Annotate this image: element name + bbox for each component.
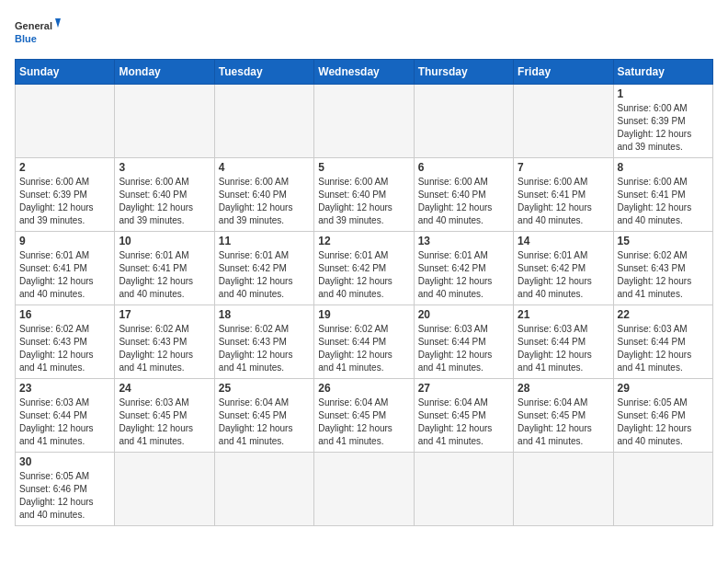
- calendar-cell: 16Sunrise: 6:02 AMSunset: 6:43 PMDayligh…: [16, 305, 115, 379]
- day-info: Sunrise: 6:00 AMSunset: 6:40 PMDaylight:…: [418, 176, 509, 227]
- calendar-cell: 29Sunrise: 6:05 AMSunset: 6:46 PMDayligh…: [613, 379, 712, 453]
- day-info: Sunrise: 6:03 AMSunset: 6:45 PMDaylight:…: [119, 396, 210, 448]
- calendar-cell: 14Sunrise: 6:01 AMSunset: 6:42 PMDayligh…: [514, 232, 613, 305]
- calendar-cell: 4Sunrise: 6:00 AMSunset: 6:40 PMDaylight…: [214, 158, 313, 232]
- calendar-cell: 5Sunrise: 6:00 AMSunset: 6:40 PMDaylight…: [314, 158, 414, 232]
- calendar-table: SundayMondayTuesdayWednesdayThursdayFrid…: [15, 59, 713, 526]
- day-number: 26: [318, 382, 409, 395]
- day-info: Sunrise: 6:00 AMSunset: 6:40 PMDaylight:…: [119, 176, 210, 227]
- calendar-cell: 2Sunrise: 6:00 AMSunset: 6:39 PMDaylight…: [16, 158, 115, 232]
- day-number: 25: [219, 382, 310, 395]
- day-info: Sunrise: 6:01 AMSunset: 6:41 PMDaylight:…: [19, 249, 110, 301]
- calendar-cell: 7Sunrise: 6:00 AMSunset: 6:41 PMDaylight…: [514, 158, 613, 232]
- calendar-cell: 24Sunrise: 6:03 AMSunset: 6:45 PMDayligh…: [115, 379, 214, 453]
- day-info: Sunrise: 6:04 AMSunset: 6:45 PMDaylight:…: [219, 396, 310, 448]
- logo: General Blue: [15, 15, 61, 52]
- day-number: 18: [219, 308, 310, 321]
- calendar-cell: [613, 453, 712, 526]
- calendar-cell: [214, 85, 313, 158]
- day-number: 15: [618, 235, 709, 247]
- day-info: Sunrise: 6:04 AMSunset: 6:45 PMDaylight:…: [418, 396, 509, 448]
- calendar-week-1: 1Sunrise: 6:00 AMSunset: 6:39 PMDaylight…: [16, 85, 713, 158]
- day-number: 22: [618, 308, 709, 321]
- day-info: Sunrise: 6:05 AMSunset: 6:46 PMDaylight:…: [19, 470, 110, 522]
- calendar-cell: 10Sunrise: 6:01 AMSunset: 6:41 PMDayligh…: [115, 232, 214, 305]
- day-number: 5: [318, 161, 409, 174]
- calendar-cell: 9Sunrise: 6:01 AMSunset: 6:41 PMDaylight…: [16, 232, 115, 305]
- calendar-header: SundayMondayTuesdayWednesdayThursdayFrid…: [16, 60, 713, 85]
- day-number: 20: [418, 308, 509, 321]
- weekday-header-thursday: Thursday: [414, 60, 513, 85]
- day-info: Sunrise: 6:01 AMSunset: 6:42 PMDaylight:…: [318, 249, 409, 301]
- calendar-cell: 12Sunrise: 6:01 AMSunset: 6:42 PMDayligh…: [314, 232, 414, 305]
- calendar-cell: 6Sunrise: 6:00 AMSunset: 6:40 PMDaylight…: [414, 158, 513, 232]
- day-info: Sunrise: 6:01 AMSunset: 6:42 PMDaylight:…: [219, 249, 310, 301]
- day-info: Sunrise: 6:05 AMSunset: 6:46 PMDaylight:…: [618, 396, 709, 448]
- day-info: Sunrise: 6:04 AMSunset: 6:45 PMDaylight:…: [518, 396, 609, 448]
- day-info: Sunrise: 6:00 AMSunset: 6:39 PMDaylight:…: [618, 102, 709, 154]
- calendar-week-4: 16Sunrise: 6:02 AMSunset: 6:43 PMDayligh…: [16, 305, 713, 379]
- calendar-cell: 21Sunrise: 6:03 AMSunset: 6:44 PMDayligh…: [514, 305, 613, 379]
- calendar-cell: 1Sunrise: 6:00 AMSunset: 6:39 PMDaylight…: [613, 85, 712, 158]
- day-info: Sunrise: 6:01 AMSunset: 6:41 PMDaylight:…: [119, 249, 210, 301]
- day-info: Sunrise: 6:02 AMSunset: 6:43 PMDaylight:…: [219, 323, 310, 374]
- day-info: Sunrise: 6:00 AMSunset: 6:41 PMDaylight:…: [518, 176, 609, 227]
- day-info: Sunrise: 6:02 AMSunset: 6:43 PMDaylight:…: [19, 323, 110, 374]
- calendar-week-5: 23Sunrise: 6:03 AMSunset: 6:44 PMDayligh…: [16, 379, 713, 453]
- day-info: Sunrise: 6:00 AMSunset: 6:40 PMDaylight:…: [219, 176, 310, 227]
- calendar-cell: [514, 85, 613, 158]
- calendar-week-6: 30Sunrise: 6:05 AMSunset: 6:46 PMDayligh…: [16, 453, 713, 526]
- weekday-header-wednesday: Wednesday: [314, 60, 414, 85]
- calendar-cell: 3Sunrise: 6:00 AMSunset: 6:40 PMDaylight…: [115, 158, 214, 232]
- calendar-cell: [115, 85, 214, 158]
- calendar-cell: 19Sunrise: 6:02 AMSunset: 6:44 PMDayligh…: [314, 305, 414, 379]
- day-number: 21: [518, 308, 609, 321]
- day-number: 6: [418, 161, 509, 174]
- calendar-cell: 13Sunrise: 6:01 AMSunset: 6:42 PMDayligh…: [414, 232, 513, 305]
- calendar-cell: [214, 453, 313, 526]
- day-info: Sunrise: 6:03 AMSunset: 6:44 PMDaylight:…: [418, 323, 509, 374]
- day-number: 13: [418, 235, 509, 247]
- day-number: 19: [318, 308, 409, 321]
- weekday-header-tuesday: Tuesday: [214, 60, 313, 85]
- day-info: Sunrise: 6:04 AMSunset: 6:45 PMDaylight:…: [318, 396, 409, 448]
- calendar-cell: [314, 453, 414, 526]
- day-number: 27: [418, 382, 509, 395]
- day-info: Sunrise: 6:03 AMSunset: 6:44 PMDaylight:…: [19, 396, 110, 448]
- svg-text:Blue: Blue: [15, 33, 37, 44]
- calendar-cell: [414, 85, 513, 158]
- calendar-cell: 8Sunrise: 6:00 AMSunset: 6:41 PMDaylight…: [613, 158, 712, 232]
- day-number: 3: [119, 161, 210, 174]
- day-number: 16: [19, 308, 110, 321]
- day-info: Sunrise: 6:00 AMSunset: 6:40 PMDaylight:…: [318, 176, 409, 227]
- calendar-week-3: 9Sunrise: 6:01 AMSunset: 6:41 PMDaylight…: [16, 232, 713, 305]
- day-info: Sunrise: 6:01 AMSunset: 6:42 PMDaylight:…: [518, 249, 609, 301]
- day-number: 14: [518, 235, 609, 247]
- day-number: 2: [19, 161, 110, 174]
- calendar-cell: [314, 85, 414, 158]
- weekday-row: SundayMondayTuesdayWednesdayThursdayFrid…: [16, 60, 713, 85]
- calendar-cell: 27Sunrise: 6:04 AMSunset: 6:45 PMDayligh…: [414, 379, 513, 453]
- calendar-cell: [115, 453, 214, 526]
- weekday-header-monday: Monday: [115, 60, 214, 85]
- calendar-body: 1Sunrise: 6:00 AMSunset: 6:39 PMDaylight…: [16, 85, 713, 526]
- svg-marker-2: [55, 18, 61, 28]
- calendar-cell: 20Sunrise: 6:03 AMSunset: 6:44 PMDayligh…: [414, 305, 513, 379]
- day-number: 28: [518, 382, 609, 395]
- day-number: 4: [219, 161, 310, 174]
- logo-svg: General Blue: [15, 15, 61, 52]
- calendar-cell: 18Sunrise: 6:02 AMSunset: 6:43 PMDayligh…: [214, 305, 313, 379]
- calendar-cell: 22Sunrise: 6:03 AMSunset: 6:44 PMDayligh…: [613, 305, 712, 379]
- weekday-header-sunday: Sunday: [16, 60, 115, 85]
- calendar-cell: 26Sunrise: 6:04 AMSunset: 6:45 PMDayligh…: [314, 379, 414, 453]
- header: General Blue: [15, 15, 713, 52]
- day-number: 7: [518, 161, 609, 174]
- svg-text:General: General: [15, 20, 52, 31]
- day-number: 11: [219, 235, 310, 247]
- day-number: 30: [19, 455, 110, 468]
- day-info: Sunrise: 6:00 AMSunset: 6:41 PMDaylight:…: [618, 176, 709, 227]
- calendar-cell: 17Sunrise: 6:02 AMSunset: 6:43 PMDayligh…: [115, 305, 214, 379]
- day-info: Sunrise: 6:03 AMSunset: 6:44 PMDaylight:…: [618, 323, 709, 374]
- calendar-cell: 23Sunrise: 6:03 AMSunset: 6:44 PMDayligh…: [16, 379, 115, 453]
- calendar-cell: 28Sunrise: 6:04 AMSunset: 6:45 PMDayligh…: [514, 379, 613, 453]
